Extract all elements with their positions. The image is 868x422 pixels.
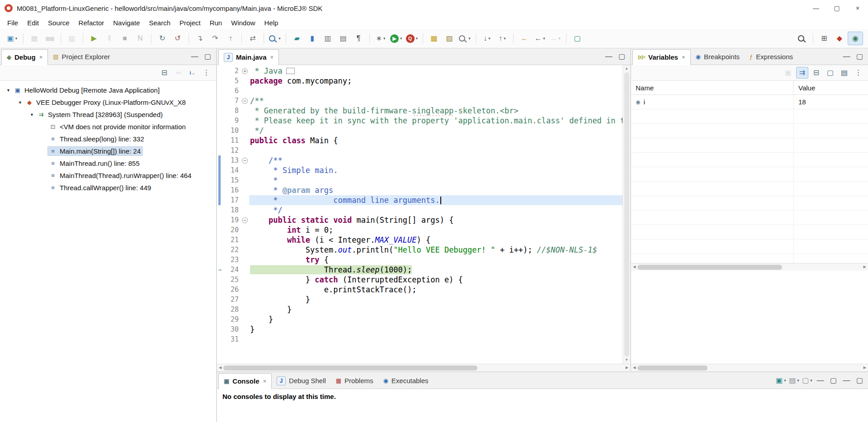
use-step-filters-button[interactable]: ⇄	[245, 32, 260, 45]
fold-minus-icon[interactable]: −	[241, 96, 249, 106]
line-number[interactable]: 5	[222, 76, 241, 86]
editor-horizontal-scrollbar[interactable]: ◀ ▶	[217, 364, 630, 371]
open-perspective-button[interactable]: ⊞	[817, 32, 831, 45]
line-number[interactable]: 15	[222, 175, 241, 185]
minimize-button[interactable]: —	[806, 0, 826, 16]
line-number[interactable]: 16	[222, 185, 241, 195]
line-number[interactable]: 25	[222, 275, 241, 285]
suspend-button[interactable]: ‖	[102, 32, 117, 45]
search-main-button[interactable]: ▾	[268, 32, 282, 45]
code-line[interactable]: 11public class Main {	[217, 136, 623, 145]
tree-item-mainthread-run-line-855[interactable]: ≡MainThread.run() line: 855	[0, 157, 216, 169]
tree-item-thread-callwrapper-line-449[interactable]: ≡Thread.callWrapper() line: 449	[0, 182, 216, 194]
column-header-name[interactable]: Name	[631, 81, 794, 94]
detail-pane-scrollbar[interactable]: ◀ ▶	[631, 364, 868, 371]
scroll-left-icon[interactable]: ◀	[633, 366, 636, 370]
variables-row[interactable]	[631, 182, 868, 196]
code-line[interactable]: 15 *	[217, 175, 623, 185]
console-tab-console[interactable]: ▣Console×	[218, 373, 272, 389]
line-number[interactable]: 12	[222, 145, 241, 155]
resume-button[interactable]: ▶	[87, 32, 101, 45]
menu-run[interactable]: Run	[205, 18, 227, 28]
show-logical-structures-button[interactable]: ⇉	[796, 67, 808, 79]
code-line[interactable]: →24 Thread.sleep(1000);	[217, 265, 623, 275]
show-type-names-button[interactable]: ▣	[782, 67, 794, 79]
variables-row[interactable]	[631, 196, 868, 211]
scrollbar-thumb[interactable]	[624, 72, 629, 356]
code-line[interactable]: 23 try {	[217, 255, 623, 265]
maximize-view-button[interactable]: ▢	[202, 51, 214, 62]
menu-navigate[interactable]: Navigate	[108, 18, 144, 28]
code-line[interactable]: 7−/**	[217, 96, 623, 106]
code-line[interactable]: 14 * Simple main.	[217, 165, 623, 175]
line-number[interactable]: 18	[222, 205, 241, 215]
save-all-button[interactable]: ▦▦	[42, 32, 57, 45]
close-tab-icon[interactable]: ×	[682, 54, 685, 61]
code-line[interactable]: 16 * @param args	[217, 185, 623, 195]
code-line[interactable]: 19− public static void main(String[] arg…	[217, 215, 623, 225]
scrollbar-thumb[interactable]	[637, 265, 782, 270]
scroll-right-icon[interactable]: ▶	[863, 265, 866, 269]
maximize-view-button[interactable]: ▢	[616, 51, 628, 62]
tree-item-vee-debugger-proxy-linux-platf[interactable]: ▼◆VEE Debugger Proxy (Linux-Platform-GNU…	[0, 96, 216, 108]
tree-item-vm-does-not-provide-monitor-in[interactable]: ⊡<VM does not provide monitor informatio…	[0, 121, 216, 133]
menu-window[interactable]: Window	[226, 18, 259, 28]
maximize-view-button[interactable]: ▢	[827, 375, 840, 386]
code-line[interactable]: 5package com.mycompany;	[217, 76, 623, 86]
line-number[interactable]: 17	[222, 195, 241, 205]
code-line[interactable]: 27 }	[217, 295, 623, 305]
search-dropdown-button[interactable]: ▾	[458, 32, 472, 45]
minimize-view-button[interactable]: —	[840, 51, 853, 62]
debug-tab-project-explorer[interactable]: ▤Project Explorer	[48, 49, 115, 65]
scrollbar-thumb[interactable]	[223, 366, 477, 370]
console-tab-executables[interactable]: ◉Executables	[378, 373, 433, 389]
collapse-all-button[interactable]: ⊟	[158, 67, 170, 79]
print-button[interactable]: ▥	[65, 32, 79, 45]
variables-row[interactable]	[631, 211, 868, 225]
tree-item-system-thread-328963-suspended[interactable]: ▼⇉System Thread [328963] (Suspended)	[0, 108, 216, 121]
code-line[interactable]: 12	[217, 145, 623, 155]
previous-annotation-button[interactable]: ↑▾	[495, 32, 509, 45]
variables-detail-pane[interactable]	[631, 271, 868, 364]
step-return-button[interactable]: ↑	[223, 32, 238, 45]
fold-minus-icon[interactable]: −	[241, 155, 249, 165]
code-line[interactable]: 2+ * Java	[217, 66, 623, 76]
code-line[interactable]: 29 }	[217, 314, 623, 324]
line-number[interactable]: 22	[222, 245, 241, 255]
menu-file[interactable]: File	[3, 18, 23, 28]
new-editor-window-button[interactable]: ▢	[570, 32, 585, 45]
code-area[interactable]: 2+ * Java5package com.mycompany;67−/**8 …	[217, 65, 623, 364]
variables-row[interactable]	[631, 109, 868, 124]
editor-vertical-scrollbar[interactable]: ▲ ▼	[623, 65, 630, 364]
menu-edit[interactable]: Edit	[23, 18, 43, 28]
variables-tab-variables[interactable]: (x)=Variables×	[632, 49, 691, 65]
display-selected-console-button[interactable]: ▤▾	[788, 375, 800, 386]
fold-minus-icon[interactable]: −	[241, 215, 249, 225]
maximize-view-button[interactable]: ▢	[854, 51, 866, 62]
line-number[interactable]: 26	[222, 285, 241, 295]
twisty-expanded-icon[interactable]: ▼	[16, 100, 24, 105]
line-number[interactable]: 29	[222, 314, 241, 324]
variables-tab-expressions[interactable]: ƒExpressions	[745, 49, 798, 65]
perspective-debug-button[interactable]: ◉	[848, 32, 863, 45]
show-source-button[interactable]: ▤	[336, 32, 350, 45]
scroll-left-icon[interactable]: ◀	[219, 366, 222, 370]
debug-tab-debug[interactable]: ◈Debug×	[1, 49, 48, 65]
variables-row[interactable]	[631, 153, 868, 167]
twisty-expanded-icon[interactable]: ▼	[5, 88, 12, 93]
view-menu-button[interactable]: ⋮	[852, 67, 864, 79]
minimize-view-button[interactable]: —	[603, 51, 615, 62]
variables-row[interactable]	[631, 225, 868, 239]
perspective-microej-button[interactable]: ◆	[832, 32, 847, 45]
code-line[interactable]: 21 while (i < Integer.MAX_VALUE) {	[217, 235, 623, 245]
open-type-button[interactable]: ▩	[427, 32, 441, 45]
last-edit-location-button[interactable]: ←	[517, 32, 532, 45]
twisty-expanded-icon[interactable]: ▼	[28, 113, 36, 117]
terminate-relaunch-button[interactable]: ↺	[170, 32, 185, 45]
variables-row[interactable]	[631, 167, 868, 182]
next-annotation-button[interactable]: ↓▾	[480, 32, 494, 45]
variables-row[interactable]	[631, 124, 868, 138]
terminate-button[interactable]: ■	[118, 32, 132, 45]
quick-search-button[interactable]	[795, 32, 809, 45]
detail-pane-orientation-button[interactable]: ▤	[838, 67, 850, 79]
